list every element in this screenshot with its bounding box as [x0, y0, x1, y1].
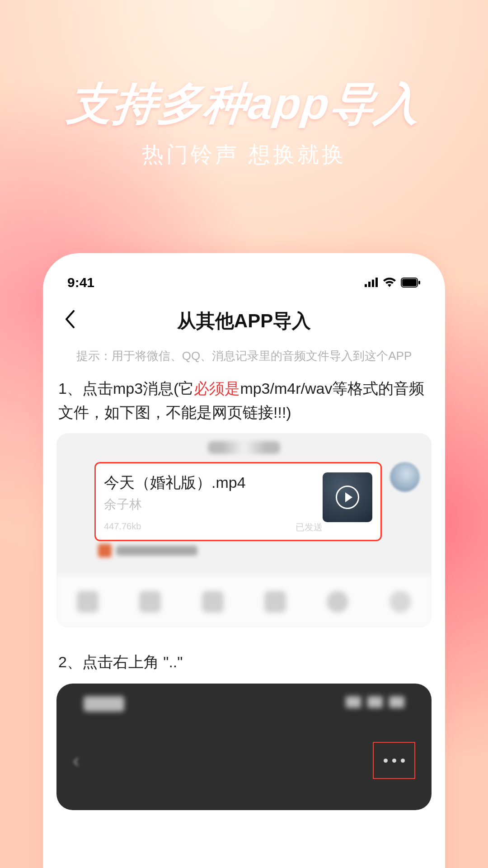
more-icon — [384, 759, 405, 763]
wifi-icon — [383, 278, 396, 288]
file-name: 今天（婚礼版）.mp4 — [104, 472, 323, 493]
audio-thumbnail — [323, 472, 372, 522]
status-time: 9:41 — [67, 275, 94, 290]
step-1-text: 1、点击mp3消息(它必须是mp3/m4r/wav等格式的音频文件，如下图，不能… — [56, 377, 432, 433]
chat-example: 今天（婚礼版）.mp4 余子林 447.76kb 已发送 — [56, 433, 432, 627]
step-1-emphasis: 必须是 — [194, 380, 240, 397]
status-bar: 9:41 — [56, 271, 432, 294]
avatar — [390, 462, 420, 492]
nav-bar: 从其他APP导入 — [56, 298, 432, 344]
file-status: 已发送 — [296, 521, 323, 533]
chat-source-blur — [98, 542, 197, 560]
page-title: 从其他APP导入 — [177, 308, 311, 334]
step-2-text: 2、点击右上角 ".." — [56, 627, 432, 684]
file-author: 余子林 — [104, 496, 323, 513]
chat-audio-message[interactable]: 今天（婚礼版）.mp4 余子林 447.76kb 已发送 — [94, 462, 382, 541]
dark-screenshot-example: ‹ — [56, 684, 432, 810]
signal-icon — [365, 275, 378, 290]
phone-frame: 9:41 从其他APP导入 提示：用于将微信、QQ、消息记录里的音频文件导入到这… — [43, 253, 445, 868]
promo-headline: 支持多种app导入 — [0, 75, 488, 134]
file-size: 447.76kb — [104, 521, 141, 533]
dark-back-blur: ‹ — [73, 749, 80, 772]
back-button[interactable] — [60, 304, 80, 338]
dark-status-blur — [84, 696, 404, 712]
tip-text: 提示：用于将微信、QQ、消息记录里的音频文件导入到这个APP — [56, 344, 432, 377]
chat-input-bar-blur — [56, 575, 432, 627]
more-menu-highlight[interactable] — [373, 742, 415, 779]
promo-subtitle: 热门铃声 想换就换 — [0, 140, 488, 169]
status-indicators — [365, 275, 421, 290]
svg-rect-2 — [418, 281, 420, 284]
battery-icon — [401, 278, 421, 288]
chat-header-blur — [208, 441, 280, 454]
play-icon — [336, 486, 359, 509]
svg-rect-1 — [402, 279, 417, 286]
